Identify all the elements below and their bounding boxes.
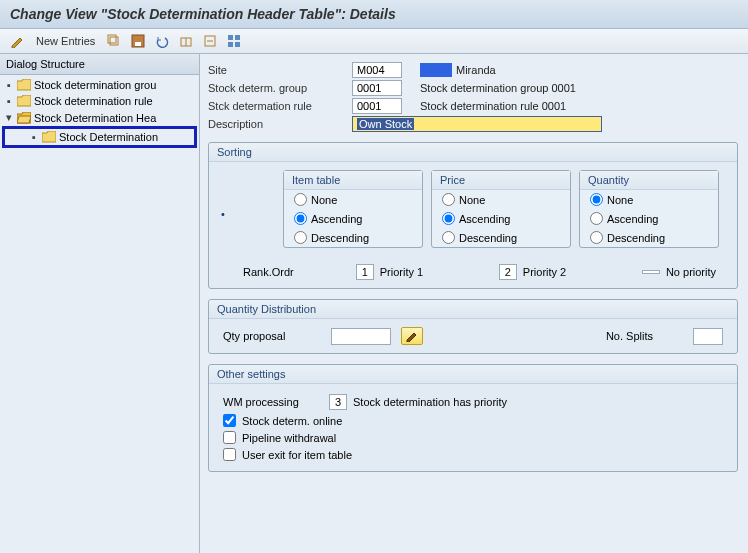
tree-label: Stock determination grou [34, 79, 156, 91]
cb-label: Pipeline withdrawal [242, 432, 336, 444]
radio-price-desc[interactable] [442, 231, 455, 244]
rule-label: Stck determation rule [208, 100, 348, 112]
transport-icon[interactable] [177, 32, 195, 50]
sidebar-header: Dialog Structure [0, 54, 199, 75]
tree-item-selected[interactable]: ▪ Stock Determination [5, 129, 194, 145]
wm-input[interactable]: 3 [329, 394, 347, 410]
group-input[interactable]: 0001 [352, 80, 402, 96]
cb-user-exit[interactable] [223, 448, 236, 461]
cb-pipeline[interactable] [223, 431, 236, 444]
radio-item-asc[interactable] [294, 212, 307, 225]
cb-label: User exit for item table [242, 449, 352, 461]
svg-rect-0 [110, 37, 118, 45]
radio-label: Descending [607, 232, 665, 244]
col-title: Quantity [580, 171, 718, 190]
tree-item[interactable]: ▪ Stock determination rule [0, 93, 199, 109]
rank1-input[interactable]: 1 [356, 264, 374, 280]
sort-item-table: Item table None Ascending Descending [283, 170, 423, 248]
bullet-icon: ▪ [29, 131, 39, 143]
group-text: Stock determination group 0001 [420, 82, 576, 94]
site-text: Miranda [456, 64, 496, 76]
dialog-structure-sidebar: Dialog Structure ▪ Stock determination g… [0, 54, 200, 553]
folder-icon [42, 131, 56, 143]
splits-label: No. Splits [606, 330, 653, 342]
content-area: Site M004 Miranda Stock determ. group 00… [200, 54, 748, 553]
redacted-icon [420, 63, 452, 77]
toolbar: New Entries [0, 29, 748, 54]
folder-icon [17, 95, 31, 107]
cb-stock-online[interactable] [223, 414, 236, 427]
site-input[interactable]: M004 [352, 62, 402, 78]
radio-qty-none[interactable] [590, 193, 603, 206]
tree-label: Stock Determination [59, 131, 158, 143]
delete-icon[interactable] [201, 32, 219, 50]
sort-quantity: Quantity None Ascending Descending [579, 170, 719, 248]
radio-qty-asc[interactable] [590, 212, 603, 225]
cb-label: Stock determ. online [242, 415, 342, 427]
rule-text: Stock determination rule 0001 [420, 100, 566, 112]
copy-icon[interactable] [105, 32, 123, 50]
site-label: Site [208, 64, 348, 76]
radio-label: Descending [311, 232, 369, 244]
pencil-icon[interactable] [8, 32, 26, 50]
rank2-text: Priority 2 [523, 266, 566, 278]
tree-item[interactable]: ▪ Stock determination grou [0, 77, 199, 93]
svg-rect-3 [135, 42, 141, 46]
undo-icon[interactable] [153, 32, 171, 50]
radio-price-none[interactable] [442, 193, 455, 206]
qty-proposal-label: Qty proposal [223, 330, 285, 342]
svg-rect-7 [235, 35, 240, 40]
radio-label: Ascending [459, 213, 510, 225]
col-title: Item table [284, 171, 422, 190]
radio-label: None [459, 194, 485, 206]
radio-price-asc[interactable] [442, 212, 455, 225]
other-title: Other settings [209, 365, 737, 384]
tree-label: Stock determination rule [34, 95, 153, 107]
svg-rect-8 [228, 42, 233, 47]
sorting-title: Sorting [209, 143, 737, 162]
page-title: Change View "Stock Determination Header … [0, 0, 748, 29]
bullet-icon: ▪ [4, 95, 14, 107]
splits-input[interactable] [693, 328, 723, 345]
marker-icon: • [221, 208, 225, 220]
radio-label: None [607, 194, 633, 206]
wm-label: WM processing [223, 396, 323, 408]
tree-label: Stock Determination Hea [34, 112, 156, 124]
radio-item-desc[interactable] [294, 231, 307, 244]
folder-open-icon [17, 112, 31, 124]
other-settings-group: Other settings WM processing 3 Stock det… [208, 364, 738, 472]
desc-label: Description [208, 118, 348, 130]
svg-rect-9 [235, 42, 240, 47]
new-entries-button[interactable]: New Entries [32, 35, 99, 47]
select-icon[interactable] [225, 32, 243, 50]
radio-label: Ascending [311, 213, 362, 225]
svg-rect-1 [108, 35, 116, 43]
qty-dist-group: Quantity Distribution Qty proposal No. S… [208, 299, 738, 354]
radio-qty-desc[interactable] [590, 231, 603, 244]
qty-proposal-input[interactable] [331, 328, 391, 345]
rank3-input[interactable] [642, 270, 660, 274]
chevron-down-icon[interactable]: ▾ [4, 111, 14, 124]
rank-label: Rank.Ordr [243, 266, 294, 278]
description-input[interactable]: Own Stock [352, 116, 602, 132]
save-icon[interactable] [129, 32, 147, 50]
col-title: Price [432, 171, 570, 190]
radio-label: Ascending [607, 213, 658, 225]
edit-button[interactable] [401, 327, 423, 345]
sorting-group: Sorting Item table None Ascending Descen… [208, 142, 738, 289]
wm-text: Stock determination has priority [353, 396, 507, 408]
radio-label: Descending [459, 232, 517, 244]
rank1-text: Priority 1 [380, 266, 423, 278]
sort-price: Price None Ascending Descending [431, 170, 571, 248]
radio-label: None [311, 194, 337, 206]
folder-icon [17, 79, 31, 91]
rank2-input[interactable]: 2 [499, 264, 517, 280]
rank3-text: No priority [666, 266, 716, 278]
bullet-icon: ▪ [4, 79, 14, 91]
tree-item[interactable]: ▾ Stock Determination Hea [0, 109, 199, 126]
group-label: Stock determ. group [208, 82, 348, 94]
radio-item-none[interactable] [294, 193, 307, 206]
rule-input[interactable]: 0001 [352, 98, 402, 114]
svg-rect-6 [228, 35, 233, 40]
qty-dist-title: Quantity Distribution [209, 300, 737, 319]
